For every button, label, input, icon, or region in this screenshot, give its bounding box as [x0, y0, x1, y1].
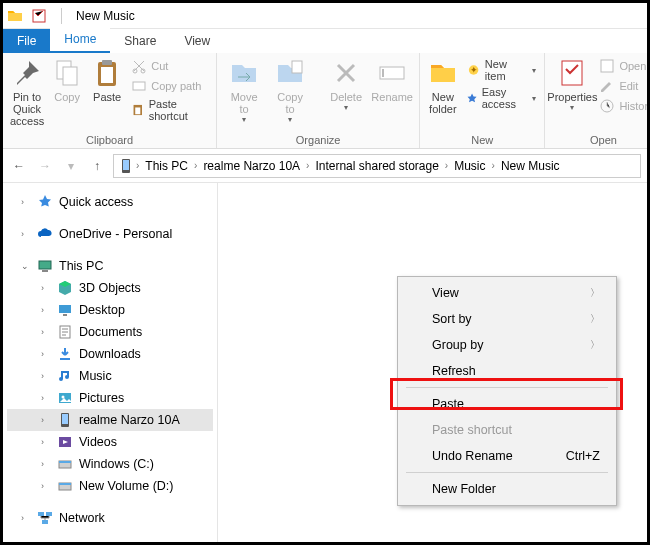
chevron-down-icon: ▾ [242, 115, 246, 124]
tab-file[interactable]: File [3, 29, 50, 53]
folder-type-icon [57, 434, 73, 450]
svg-rect-21 [39, 261, 51, 269]
folder-type-icon [57, 302, 73, 318]
properties-button[interactable]: Properties▾ [551, 57, 593, 112]
tree-item-label: New Volume (D:) [79, 479, 173, 493]
tree-this-pc[interactable]: ⌄ This PC [7, 255, 213, 277]
delete-button[interactable]: Delete▾ [325, 57, 367, 112]
expand-icon: › [41, 305, 51, 315]
tree-item[interactable]: ›Pictures [7, 387, 213, 409]
new-folder-button[interactable]: New folder [426, 57, 459, 115]
tree-item[interactable]: ›Videos [7, 431, 213, 453]
crumb-new-music[interactable]: New Music [497, 159, 564, 173]
rename-button[interactable]: Rename [371, 57, 413, 103]
tab-view[interactable]: View [170, 29, 224, 53]
tree-item[interactable]: ›New Volume (D:) [7, 475, 213, 497]
tab-share[interactable]: Share [110, 29, 170, 53]
device-icon [118, 158, 134, 174]
crumb-storage[interactable]: Internal shared storage [311, 159, 442, 173]
folder-type-icon [57, 324, 73, 340]
qat-properties-icon[interactable] [31, 8, 47, 24]
svg-rect-33 [59, 461, 71, 463]
context-menu: View〉 Sort by〉 Group by〉 Refresh Paste P… [397, 276, 617, 506]
tree-onedrive[interactable]: › OneDrive - Personal [7, 223, 213, 245]
move-to-button[interactable]: Move to▾ [223, 57, 265, 124]
tree-item[interactable]: ›Downloads [7, 343, 213, 365]
chevron-down-icon: ▾ [344, 103, 348, 112]
ctx-refresh[interactable]: Refresh [400, 358, 614, 384]
tab-home[interactable]: Home [50, 27, 110, 53]
expand-icon: › [41, 415, 51, 425]
folder-type-icon [57, 412, 73, 428]
clipboard-group-label: Clipboard [9, 132, 210, 146]
crumb-device[interactable]: realme Narzo 10A [199, 159, 304, 173]
tree-item-label: Videos [79, 435, 117, 449]
address-bar[interactable]: › This PC › realme Narzo 10A › Internal … [113, 154, 641, 178]
ctx-paste-shortcut: Paste shortcut [400, 417, 614, 443]
copy-label: Copy [54, 91, 80, 103]
svg-rect-20 [123, 160, 129, 170]
chevron-right-icon: 〉 [590, 312, 600, 326]
crumb-this-pc[interactable]: This PC [141, 159, 192, 173]
title-bar: New Music [3, 3, 647, 29]
new-item-icon: ✦ [466, 62, 481, 78]
back-button[interactable]: ← [9, 156, 29, 176]
history-button[interactable]: History [597, 97, 650, 115]
ctx-group-by[interactable]: Group by〉 [400, 332, 614, 358]
ribbon-group-organize: Move to▾ Copy to▾ Delete▾ Rename Organiz… [217, 53, 420, 148]
crumb-music[interactable]: Music [450, 159, 489, 173]
expand-icon: › [41, 437, 51, 447]
forward-button[interactable]: → [35, 156, 55, 176]
network-icon [37, 510, 53, 526]
tree-item[interactable]: ›Windows (C:) [7, 453, 213, 475]
folder-icon [7, 8, 23, 24]
tree-item-label: Music [79, 369, 112, 383]
recent-locations-button[interactable]: ▾ [61, 156, 81, 176]
cut-button[interactable]: Cut [129, 57, 210, 75]
tree-network[interactable]: › Network [7, 507, 213, 529]
paste-shortcut-button[interactable]: Paste shortcut [129, 97, 210, 123]
folder-type-icon [57, 346, 73, 362]
svg-rect-22 [42, 270, 48, 272]
chevron-right-icon: › [445, 160, 448, 171]
copy-path-button[interactable]: Copy path [129, 77, 210, 95]
chevron-right-icon: 〉 [590, 286, 600, 300]
pin-quick-access-button[interactable]: Pin to Quick access [9, 57, 45, 127]
open-button[interactable]: Open [597, 57, 650, 75]
expand-icon: › [41, 481, 51, 491]
copy-button[interactable]: Copy [49, 57, 85, 103]
new-item-button[interactable]: ✦New item ▾ [464, 57, 539, 83]
properties-icon [556, 57, 588, 89]
collapse-icon: ⌄ [21, 261, 31, 271]
edit-button[interactable]: Edit [597, 77, 650, 95]
ribbon-group-new: New folder ✦New item ▾ Easy access ▾ New [420, 53, 545, 148]
easy-access-button[interactable]: Easy access ▾ [464, 85, 539, 111]
tree-item[interactable]: ›Music [7, 365, 213, 387]
svg-point-28 [62, 396, 65, 399]
tree-item[interactable]: ›Desktop [7, 299, 213, 321]
tree-item-label: Downloads [79, 347, 141, 361]
tree-item[interactable]: ›Documents [7, 321, 213, 343]
ribbon-group-open: Properties▾ Open Edit History Open [545, 53, 650, 148]
up-button[interactable]: ↑ [87, 156, 107, 176]
svg-rect-2 [63, 67, 77, 85]
ctx-undo[interactable]: Undo RenameCtrl+Z [400, 443, 614, 469]
move-to-icon [228, 57, 260, 89]
tree-item[interactable]: ›3D Objects [7, 277, 213, 299]
tree-item-label: Windows (C:) [79, 457, 154, 471]
expand-icon: › [41, 283, 51, 293]
ctx-view[interactable]: View〉 [400, 280, 614, 306]
copy-to-button[interactable]: Copy to▾ [269, 57, 311, 124]
ctx-new-folder[interactable]: New Folder [400, 476, 614, 502]
ribbon-group-clipboard: Pin to Quick access Copy Paste Cut Copy … [3, 53, 217, 148]
tree-item[interactable]: ›realme Narzo 10A [7, 409, 213, 431]
pin-label: Pin to Quick access [9, 91, 45, 127]
star-icon [37, 194, 53, 210]
svg-rect-23 [59, 305, 71, 313]
expand-icon: › [21, 197, 31, 207]
ctx-sort-by[interactable]: Sort by〉 [400, 306, 614, 332]
svg-rect-0 [33, 10, 45, 22]
ctx-paste[interactable]: Paste [400, 391, 614, 417]
paste-button[interactable]: Paste [89, 57, 125, 103]
tree-quick-access[interactable]: › Quick access [7, 191, 213, 213]
